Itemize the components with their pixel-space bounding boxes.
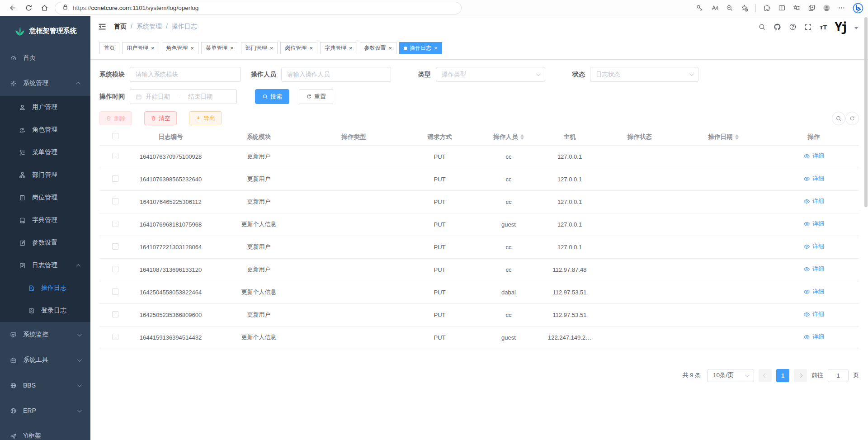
show-search-button[interactable]	[832, 112, 845, 125]
split-screen-icon[interactable]	[778, 4, 786, 12]
home-icon[interactable]	[41, 4, 48, 12]
tab-参数设置[interactable]: 参数设置×	[360, 42, 397, 54]
sidebar-item-yi-framework[interactable]: Yi框架	[0, 423, 90, 440]
detail-link[interactable]: 详细	[803, 288, 824, 296]
favorites-icon[interactable]	[793, 4, 801, 12]
next-page-button[interactable]	[794, 369, 807, 382]
extensions-icon[interactable]	[763, 4, 771, 12]
tab-用户管理[interactable]: 用户管理×	[122, 42, 159, 54]
close-tab-icon[interactable]: ×	[349, 45, 353, 51]
row-checkbox[interactable]	[112, 221, 118, 227]
sidebar-item-login-log[interactable]: 登录日志	[0, 299, 90, 322]
sidebar-item-erp[interactable]: ERP	[0, 398, 90, 423]
sidebar-item-user-mgmt[interactable]: 用户管理	[0, 96, 90, 118]
sidebar-item-role-mgmt[interactable]: 角色管理	[0, 118, 90, 141]
github-icon[interactable]	[774, 23, 781, 31]
refresh-table-button[interactable]	[845, 112, 859, 125]
page-size-select[interactable]: 10条/页	[707, 369, 754, 382]
date-range-picker[interactable]: 开始日期 - 结束日期	[130, 89, 237, 104]
status-select[interactable]: 日志状态	[590, 67, 698, 82]
yj-avatar[interactable]: Yj	[835, 21, 847, 33]
more-icon[interactable]	[838, 4, 845, 12]
page-number-1[interactable]: 1	[776, 369, 789, 382]
back-icon[interactable]	[9, 4, 17, 12]
tab-角色管理[interactable]: 角色管理×	[162, 42, 199, 54]
row-checkbox[interactable]	[112, 153, 118, 159]
sidebar-item-menu-mgmt[interactable]: 菜单管理	[0, 141, 90, 164]
question-icon[interactable]	[789, 23, 797, 31]
detail-link[interactable]: 详细	[803, 197, 824, 205]
refresh-icon[interactable]	[25, 4, 33, 12]
page-scrollbar[interactable]	[864, 17, 868, 439]
export-button[interactable]: 导出	[189, 111, 222, 125]
operator-input[interactable]	[287, 71, 385, 78]
detail-link[interactable]: 详细	[803, 220, 824, 228]
detail-link[interactable]: 详细	[803, 265, 824, 273]
tab-首页[interactable]: 首页	[99, 42, 119, 54]
tab-操作日志[interactable]: 操作日志×	[399, 42, 442, 54]
sidebar-item-system-mgmt[interactable]: 系统管理	[0, 71, 90, 96]
cell-log-id: 1641076968181075968	[131, 213, 210, 236]
row-checkbox[interactable]	[112, 243, 118, 250]
clear-button[interactable]: 清空	[144, 111, 177, 125]
sidebar-item-dept-mgmt[interactable]: 部门管理	[0, 164, 90, 186]
close-tab-icon[interactable]: ×	[309, 45, 313, 51]
delete-button[interactable]: 删除	[99, 111, 132, 125]
close-tab-icon[interactable]: ×	[434, 45, 438, 51]
sidebar-item-log-mgmt[interactable]: 日志管理	[0, 254, 90, 277]
sidebar-item-bbs[interactable]: BBS	[0, 373, 90, 398]
module-input[interactable]	[136, 71, 235, 78]
detail-link[interactable]: 详细	[803, 310, 824, 318]
detail-link[interactable]: 详细	[803, 333, 824, 341]
sidebar-item-post-mgmt[interactable]: 岗位管理	[0, 186, 90, 209]
search-icon[interactable]	[758, 23, 766, 31]
app-logo[interactable]: 意框架管理系统	[0, 16, 90, 45]
tab-岗位管理[interactable]: 岗位管理×	[280, 42, 317, 54]
row-checkbox[interactable]	[112, 289, 118, 295]
close-tab-icon[interactable]: ×	[389, 45, 392, 51]
sidebar-item-params[interactable]: 参数设置	[0, 232, 90, 254]
sidebar-item-oper-log[interactable]: 操作日志	[0, 277, 90, 299]
font-size-icon[interactable]: тT	[820, 23, 827, 31]
search-button[interactable]: 搜索	[255, 89, 289, 104]
select-all-checkbox[interactable]	[112, 133, 118, 139]
goto-page-input[interactable]	[828, 369, 849, 382]
tab-菜单管理[interactable]: 菜单管理×	[201, 42, 238, 54]
type-select[interactable]: 操作类型	[436, 67, 545, 82]
breadcrumb-home[interactable]: 首页	[114, 23, 127, 31]
row-checkbox[interactable]	[112, 266, 118, 272]
sort-icons[interactable]	[735, 132, 739, 142]
sidebar-item-home[interactable]: 首页	[0, 45, 90, 71]
column-header-操作人员[interactable]: 操作人员	[479, 129, 538, 145]
close-tab-icon[interactable]: ×	[270, 45, 274, 51]
collapse-sidebar-icon[interactable]	[98, 22, 107, 31]
read-aloud-icon[interactable]	[711, 4, 718, 12]
key-icon[interactable]	[696, 4, 703, 12]
column-header-操作日期[interactable]: 操作日期	[678, 129, 769, 145]
sidebar-item-tools[interactable]: 系统工具	[0, 347, 90, 373]
profile-icon[interactable]	[823, 4, 830, 12]
prev-page-button[interactable]	[759, 369, 772, 382]
favorite-add-icon[interactable]	[741, 4, 748, 12]
detail-link[interactable]: 详细	[803, 175, 824, 183]
collections-icon[interactable]	[808, 4, 816, 12]
tab-部门管理[interactable]: 部门管理×	[241, 42, 278, 54]
address-bar[interactable]: https://ccnetcore.com:1101/system/log/op…	[55, 2, 462, 14]
fullscreen-icon[interactable]	[804, 23, 812, 31]
row-checkbox[interactable]	[112, 175, 118, 182]
sort-icons[interactable]	[520, 132, 524, 142]
close-tab-icon[interactable]: ×	[191, 45, 194, 51]
close-tab-icon[interactable]: ×	[151, 45, 155, 51]
row-checkbox[interactable]	[112, 198, 118, 204]
zoom-out-icon[interactable]	[726, 4, 733, 12]
sidebar-item-monitor[interactable]: 系统监控	[0, 322, 90, 347]
sidebar-item-dict-mgmt[interactable]: 字典管理	[0, 209, 90, 232]
row-checkbox[interactable]	[112, 334, 118, 340]
detail-link[interactable]: 详细	[803, 152, 824, 160]
bing-icon[interactable]	[853, 3, 863, 14]
close-tab-icon[interactable]: ×	[230, 45, 234, 51]
row-checkbox[interactable]	[112, 311, 118, 317]
detail-link[interactable]: 详细	[803, 242, 824, 251]
tab-字典管理[interactable]: 字典管理×	[320, 42, 357, 54]
reset-button[interactable]: 重置	[299, 89, 333, 104]
